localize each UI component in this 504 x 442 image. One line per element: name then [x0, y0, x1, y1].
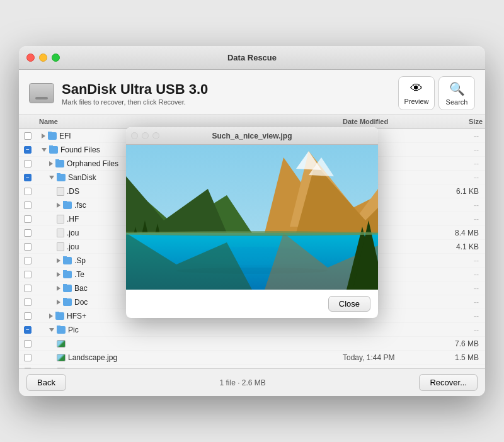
row-checkbox[interactable]	[19, 160, 37, 167]
row-checkbox[interactable]	[19, 285, 37, 292]
checkbox[interactable]	[24, 298, 32, 306]
expand-icon[interactable]	[49, 161, 53, 166]
file-name: .DS	[67, 187, 79, 196]
checkbox[interactable]	[24, 354, 32, 361]
collapse-icon[interactable]	[49, 328, 54, 332]
expand-icon[interactable]	[57, 203, 60, 208]
row-checkbox[interactable]: −	[19, 146, 37, 154]
expand-icon[interactable]	[42, 133, 45, 139]
row-size: --	[435, 312, 485, 320]
search-button[interactable]: 🔍 Search	[438, 76, 475, 110]
row-size: 4.1 KB	[435, 242, 485, 251]
table-row[interactable]: Landscape.jpg Today, 1:44 PM 1.5 MB	[19, 351, 485, 365]
eye-icon: 👁	[410, 81, 423, 96]
header-buttons: 👁 Preview 🔍 Search	[398, 76, 475, 110]
close-preview-button[interactable]: Close	[328, 296, 370, 312]
row-checkbox[interactable]	[19, 215, 37, 223]
row-name-cell: Purple_flowers.jpg	[37, 367, 340, 369]
checkbox[interactable]	[24, 312, 32, 320]
app-header: SanDisk Ultra USB 3.0 Mark files to reco…	[19, 70, 485, 115]
col-size-header: Size	[435, 116, 485, 127]
row-checkbox[interactable]: −	[19, 326, 37, 334]
close-window-button[interactable]	[26, 54, 35, 62]
preview-tl-3	[152, 132, 159, 139]
checkbox[interactable]	[24, 285, 32, 292]
titlebar: Data Rescue	[19, 46, 485, 70]
checkbox[interactable]	[24, 201, 32, 209]
row-checkbox[interactable]	[19, 188, 37, 195]
checkbox[interactable]	[24, 215, 32, 223]
row-checkbox[interactable]	[19, 354, 37, 361]
checkbox[interactable]	[24, 188, 32, 195]
preview-footer: Close	[126, 290, 378, 318]
collapse-icon[interactable]	[42, 148, 47, 152]
table-row[interactable]: − Pic --	[19, 323, 485, 337]
expand-icon[interactable]	[57, 300, 60, 305]
row-checkbox[interactable]	[19, 229, 37, 237]
row-checkbox[interactable]	[19, 132, 37, 140]
file-icon	[57, 229, 64, 237]
row-size: --	[435, 173, 485, 182]
table-row[interactable]: 7.6 MB	[19, 337, 485, 351]
image-file-icon	[57, 340, 66, 348]
recover-button[interactable]: Recover...	[419, 374, 478, 391]
checkbox[interactable]	[24, 257, 32, 264]
file-name: .jou	[67, 242, 79, 251]
preview-filename: Such_a_nice_view.jpg	[212, 132, 292, 140]
row-checkbox[interactable]	[19, 243, 37, 251]
checkbox[interactable]	[24, 340, 32, 348]
row-checkbox[interactable]	[19, 201, 37, 209]
checkbox[interactable]	[24, 368, 32, 369]
expand-icon[interactable]	[57, 286, 60, 291]
folder-icon	[63, 285, 72, 292]
file-name: .HF	[67, 215, 79, 224]
preview-image-svg	[126, 145, 378, 290]
minimize-window-button[interactable]	[39, 54, 47, 62]
row-size: 1.5 MB	[435, 353, 485, 362]
collapse-icon[interactable]	[49, 176, 54, 179]
drive-name: SanDisk Ultra USB 3.0	[62, 81, 208, 98]
folder-icon	[63, 201, 72, 209]
image-file-icon	[57, 354, 66, 361]
checkbox[interactable]	[24, 243, 32, 251]
row-checkbox[interactable]	[19, 340, 37, 348]
expand-icon[interactable]	[57, 258, 60, 263]
file-name: .Te	[74, 270, 84, 279]
row-checkbox[interactable]	[19, 368, 37, 369]
folder-icon	[49, 146, 58, 154]
row-checkbox[interactable]	[19, 271, 37, 278]
preview-modal: Such_a_nice_view.jpg	[126, 127, 378, 318]
search-icon: 🔍	[449, 81, 465, 96]
row-checkbox[interactable]	[19, 312, 37, 320]
back-button[interactable]: Back	[26, 374, 66, 391]
expand-icon[interactable]	[57, 272, 60, 277]
row-checkbox[interactable]: −	[19, 174, 37, 181]
row-size: --	[435, 159, 485, 168]
app-footer: Back 1 file · 2.6 MB Recover...	[19, 368, 485, 396]
folder-icon	[57, 174, 66, 181]
file-name: Landscape.jpg	[68, 353, 117, 362]
preview-button[interactable]: 👁 Preview	[398, 76, 435, 110]
svg-rect-21	[126, 232, 378, 235]
table-row[interactable]: Purple_flowers.jpg Today, 1:44 PM 4.1 MB	[19, 365, 485, 368]
maximize-window-button[interactable]	[52, 54, 60, 62]
checkbox[interactable]: −	[24, 174, 32, 181]
header-left: SanDisk Ultra USB 3.0 Mark files to reco…	[29, 81, 208, 106]
row-size: 7.6 MB	[435, 339, 485, 348]
drive-icon	[29, 83, 54, 103]
row-name-cell: Landscape.jpg	[37, 353, 340, 362]
row-checkbox[interactable]	[19, 298, 37, 306]
footer-status: 1 file · 2.6 MB	[220, 378, 266, 387]
checkbox[interactable]	[24, 229, 32, 237]
preview-image-container	[126, 145, 378, 290]
checkbox[interactable]	[24, 160, 32, 167]
row-checkbox[interactable]	[19, 257, 37, 264]
row-date: Today, 1:44 PM	[340, 353, 435, 362]
expand-icon[interactable]	[49, 314, 53, 319]
checkbox[interactable]	[24, 132, 32, 140]
checkbox[interactable]	[24, 271, 32, 278]
row-size: --	[435, 298, 485, 307]
traffic-lights	[26, 54, 60, 62]
checkbox[interactable]: −	[24, 146, 32, 154]
checkbox[interactable]: −	[24, 326, 32, 334]
